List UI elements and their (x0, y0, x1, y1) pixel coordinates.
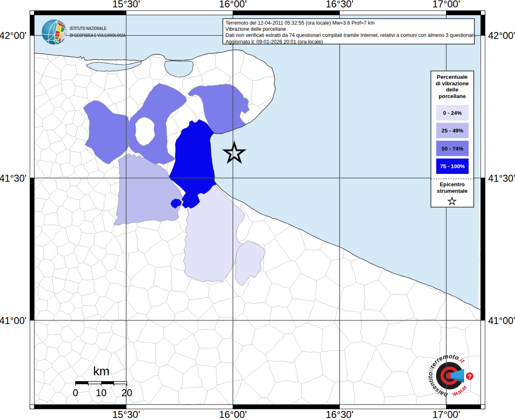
svg-text:75 - 100%: 75 - 100% (440, 163, 465, 169)
svg-text:41°30': 41°30' (488, 173, 515, 184)
svg-text:Percentuale: Percentuale (437, 74, 468, 80)
svg-text:15°30': 15°30' (112, 409, 140, 420)
svg-text:0 - 24%: 0 - 24% (443, 110, 462, 116)
svg-text:42°00': 42°00' (0, 30, 27, 41)
svg-text:km: km (93, 364, 110, 378)
svg-text:0: 0 (73, 387, 78, 398)
svg-text:Epicentro: Epicentro (440, 181, 465, 187)
svg-text:25 - 49%: 25 - 49% (442, 128, 463, 134)
svg-text:Dati non verificati estratti d: Dati non verificati estratti da 74 quest… (226, 32, 476, 38)
svg-text:Aggiornato il: 09-01-2026 20:0: Aggiornato il: 09-01-2026 20:01 (ora loc… (226, 39, 323, 45)
svg-text:41°00': 41°00' (0, 315, 27, 326)
svg-text:17°00': 17°00' (433, 0, 460, 9)
svg-text:Vibrazione delle porcellane: Vibrazione delle porcellane (226, 26, 286, 32)
svg-text:di vibrazione: di vibrazione (436, 80, 469, 87)
svg-text:41°00': 41°00' (488, 315, 515, 326)
svg-text:10: 10 (96, 387, 107, 398)
svg-text:DI GEOFISICA E VULCANOLOGIA: DI GEOFISICA E VULCANOLOGIA (70, 33, 126, 38)
svg-text:delle: delle (446, 87, 458, 93)
svg-text:15°30': 15°30' (112, 0, 140, 9)
svg-text:16°00': 16°00' (219, 409, 247, 420)
svg-text:strumentale: strumentale (437, 188, 468, 194)
svg-text:42°00': 42°00' (488, 30, 515, 41)
svg-text:50 - 74%: 50 - 74% (442, 146, 463, 152)
svg-text:porcellane: porcellane (439, 93, 466, 99)
svg-text:?: ? (468, 373, 472, 380)
svg-text:17°00': 17°00' (433, 409, 460, 420)
svg-text:Terremoto del 12-04-2011 05:32: Terremoto del 12-04-2011 05:32:55 (ora l… (226, 20, 375, 26)
svg-text:16°00': 16°00' (219, 0, 247, 9)
svg-text:41°30': 41°30' (0, 173, 27, 184)
svg-text:16°30': 16°30' (326, 409, 354, 420)
svg-text:16°30': 16°30' (326, 0, 354, 9)
svg-text:ISTITUTO NAZIONALE: ISTITUTO NAZIONALE (70, 26, 106, 31)
svg-text:20: 20 (121, 387, 133, 398)
